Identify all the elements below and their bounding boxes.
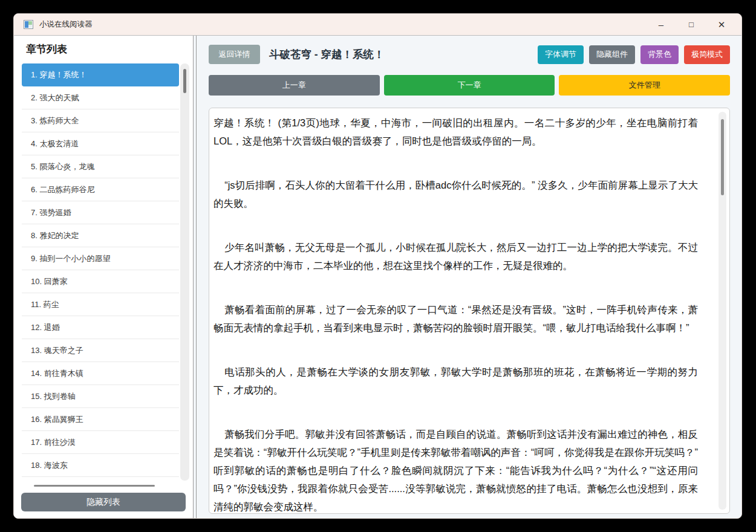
chapter-list-wrap: 1. 穿越！系统！2. 强大的天赋3. 炼药师大全4. 太极玄清道5. 陨落心炎… [22, 63, 189, 481]
maximize-icon[interactable]: □ [686, 21, 697, 28]
chapter-item[interactable]: 18. 海波东 [22, 454, 179, 477]
close-icon[interactable]: ✕ [716, 20, 727, 29]
chapter-item[interactable]: 2. 强大的天赋 [22, 86, 179, 109]
app-window: 小说在线阅读器 – □ ✕ 章节列表 1. 穿越！系统！2. 强大的天赋3. 炼… [13, 13, 742, 519]
chapter-item[interactable]: 3. 炼药师大全 [22, 109, 179, 132]
reader-content: 返回详情 斗破苍穹 - 穿越！系统！ 字体调节隐藏组件背景色极简模式 上一章 下… [196, 36, 741, 519]
chapter-item[interactable]: 15. 找到卷轴 [22, 385, 179, 408]
reader-paragraph: “js切后排啊，石头人你的大留着干什么用，卧槽adc你什么时候死的。” 没多久，… [213, 176, 698, 212]
reader-scrollbar-thumb[interactable] [721, 119, 724, 195]
toolbar: 字体调节隐藏组件背景色极简模式 [538, 45, 730, 64]
chapter-item[interactable]: 13. 魂天帝之子 [22, 339, 179, 362]
chapter-item[interactable]: 8. 雅妃的决定 [22, 224, 179, 247]
reader-panel: 穿越！系统！ (第1/3页)地球，华夏，中海市，一间破旧的出租屋内。一名二十多岁… [209, 108, 730, 514]
next-chapter-button[interactable]: 下一章 [384, 75, 555, 96]
chapter-item[interactable]: 9. 抽到一个小小的愿望 [22, 247, 179, 270]
reader-paragraph: 萧畅看着面前的屏幕，过了一会无奈的叹了一口气道：“果然还是没有晋级。”这时，一阵… [213, 300, 698, 337]
app-icon [24, 20, 33, 29]
chapter-item[interactable]: 16. 紫晶翼狮王 [22, 408, 179, 431]
back-to-details-button[interactable]: 返回详情 [209, 45, 260, 64]
chapter-sidebar: 章节列表 1. 穿越！系统！2. 强大的天赋3. 炼药师大全4. 太极玄清道5.… [14, 36, 194, 519]
hide-components-button[interactable]: 隐藏组件 [589, 45, 635, 64]
reader-paragraph: 穿越！系统！ (第1/3页)地球，华夏，中海市，一间破旧的出租屋内。一名二十多岁… [213, 114, 698, 150]
chapter-list: 1. 穿越！系统！2. 强大的天赋3. 炼药师大全4. 太极玄清道5. 陨落心炎… [22, 63, 179, 477]
background-color-button[interactable]: 背景色 [640, 45, 679, 64]
chapter-list-hscrollbar[interactable] [22, 482, 180, 489]
chapter-item[interactable]: 11. 药尘 [22, 293, 179, 316]
reader-paragraph: 电话那头的人，是萧畅在大学谈的女朋友郭敏，郭敏大学时是萧畅那班的班花，在萧畅将近… [213, 363, 698, 399]
chapter-list-scrollbar[interactable] [180, 63, 189, 481]
window-title: 小说在线阅读器 [39, 19, 93, 30]
main-area: 章节列表 1. 穿越！系统！2. 强大的天赋3. 炼药师大全4. 太极玄清道5.… [14, 35, 741, 519]
chapter-list-scrollbar-thumb[interactable] [183, 69, 186, 93]
reader-text: 穿越！系统！ (第1/3页)地球，华夏，中海市，一间破旧的出租屋内。一名二十多岁… [213, 114, 698, 514]
chapter-item[interactable]: 4. 太极玄清道 [22, 132, 179, 155]
font-adjust-button[interactable]: 字体调节 [538, 45, 584, 64]
prev-chapter-button[interactable]: 上一章 [209, 75, 380, 96]
chapter-item[interactable]: 12. 退婚 [22, 316, 179, 339]
minimal-mode-button[interactable]: 极简模式 [684, 45, 730, 64]
chapter-item[interactable]: 5. 陨落心炎，龙魂 [22, 155, 179, 178]
chapter-item[interactable]: 1. 穿越！系统！ [22, 63, 179, 86]
reader-paragraph: 萧畅我们分手吧。郭敏并没有回答萧畅话，而是自顾自的说道。萧畅听到这话并没有漏出难… [213, 425, 698, 514]
chapter-list-hscrollbar-thumb[interactable] [34, 485, 155, 487]
chapter-list-title: 章节列表 [26, 42, 193, 56]
reader-paragraph: 少年名叫萧畅，无父无母是一个孤儿，小时候在孤儿院长大，然后又一边打工一边上学的把… [213, 238, 698, 274]
window-controls: – □ ✕ [656, 20, 732, 29]
reader-scrollbar[interactable] [719, 112, 726, 510]
content-header: 返回详情 斗破苍穹 - 穿越！系统！ 字体调节隐藏组件背景色极简模式 [209, 45, 730, 64]
chapter-nav: 上一章 下一章 文件管理 [209, 75, 730, 96]
titlebar[interactable]: 小说在线阅读器 – □ ✕ [14, 14, 741, 35]
chapter-item[interactable]: 6. 二品炼药师谷尼 [22, 178, 179, 201]
chapter-item[interactable]: 7. 强势逼婚 [22, 201, 179, 224]
minimize-icon[interactable]: – [656, 20, 666, 29]
hide-list-button[interactable]: 隐藏列表 [21, 493, 186, 511]
book-title: 斗破苍穹 - 穿越！系统！ [269, 47, 385, 62]
file-manager-button[interactable]: 文件管理 [559, 75, 730, 96]
chapter-item[interactable]: 14. 前往青木镇 [22, 362, 179, 385]
chapter-item[interactable]: 17. 前往沙漠 [22, 431, 179, 454]
chapter-item[interactable]: 10. 回萧家 [22, 270, 179, 293]
